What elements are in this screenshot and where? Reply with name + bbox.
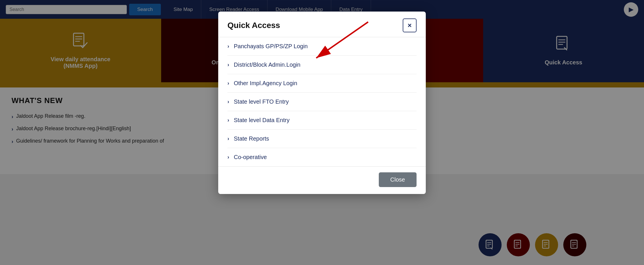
- modal-chevron-7: ›: [227, 154, 229, 160]
- modal-chevron-3: ›: [227, 80, 229, 86]
- modal-chevron-6: ›: [227, 136, 229, 142]
- modal-chevron-5: ›: [227, 117, 229, 123]
- modal-item-state-reports-label: State Reports: [234, 135, 269, 142]
- modal-header: Quick Access ×: [218, 12, 426, 37]
- modal-backdrop[interactable]: Quick Access × › Panchayats GP/PS/ZP Log…: [0, 0, 644, 265]
- modal-item-other-impl[interactable]: › Other Impl.Agency Login: [227, 74, 417, 93]
- modal-item-state-fto-label: State level FTO Entry: [234, 98, 289, 105]
- modal-body: › Panchayats GP/PS/ZP Login › District/B…: [218, 37, 426, 166]
- modal-footer: Close: [218, 166, 426, 194]
- modal-item-panchayats[interactable]: › Panchayats GP/PS/ZP Login: [227, 37, 417, 56]
- modal-item-cooperative-label: Co-operative: [234, 154, 267, 161]
- modal-item-other-impl-label: Other Impl.Agency Login: [234, 80, 297, 87]
- modal-item-panchayats-label: Panchayats GP/PS/ZP Login: [234, 43, 308, 50]
- modal-item-state-data-label: State level Data Entry: [234, 117, 289, 124]
- modal-item-state-reports[interactable]: › State Reports: [227, 130, 417, 148]
- modal-item-cooperative[interactable]: › Co-operative: [227, 148, 417, 166]
- modal-title: Quick Access: [227, 21, 280, 30]
- modal-chevron-4: ›: [227, 99, 229, 105]
- modal-item-district-label: District/Block Admin.Login: [234, 61, 300, 68]
- modal-chevron-1: ›: [227, 43, 229, 49]
- modal-close-x-button[interactable]: ×: [403, 18, 417, 32]
- modal-close-button[interactable]: Close: [379, 172, 417, 187]
- modal-item-district[interactable]: › District/Block Admin.Login: [227, 56, 417, 74]
- modal-item-state-data[interactable]: › State level Data Entry: [227, 111, 417, 130]
- modal-item-state-fto[interactable]: › State level FTO Entry: [227, 93, 417, 111]
- modal-chevron-2: ›: [227, 62, 229, 68]
- quick-access-modal: Quick Access × › Panchayats GP/PS/ZP Log…: [218, 12, 426, 194]
